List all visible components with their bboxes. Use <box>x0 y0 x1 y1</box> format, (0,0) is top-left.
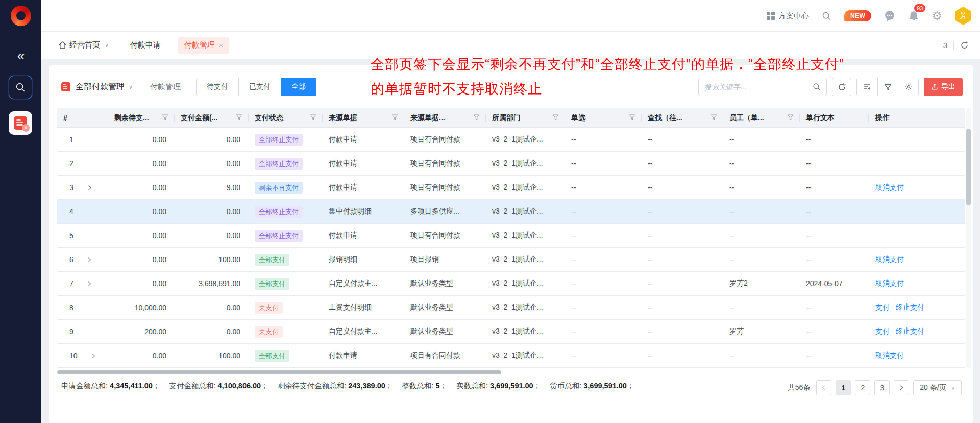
status-badge: 全部支付 <box>255 278 289 290</box>
filter-funnel-icon[interactable] <box>552 114 559 122</box>
cancel-payment-link[interactable]: 取消支付 <box>875 351 904 360</box>
table-settings-button[interactable] <box>898 78 918 96</box>
filter-funnel-icon[interactable] <box>710 114 717 122</box>
filter-funnel-icon[interactable] <box>473 114 480 122</box>
stop-payment-link[interactable]: 终止支付 <box>896 303 924 312</box>
sidebar-payment-app-icon[interactable]: ¥ <box>9 111 32 135</box>
refresh-list-button[interactable] <box>832 78 851 96</box>
expand-row-icon[interactable] <box>87 281 92 287</box>
table-row[interactable]: 50.000.00全部终止支付付款申请项目有合同付款v3_2_1测试企...--… <box>57 224 965 248</box>
horizontal-scrollbar[interactable] <box>57 370 965 375</box>
refresh-tabs-icon[interactable] <box>960 41 969 50</box>
filter-funnel-icon[interactable] <box>629 114 635 122</box>
global-search-icon[interactable] <box>821 11 832 21</box>
cancel-payment-link[interactable]: 取消支付 <box>875 183 904 192</box>
status-badge: 全部终止支付 <box>255 158 303 170</box>
sidebar: « ¥ <box>0 0 41 423</box>
cancel-payment-link[interactable]: 取消支付 <box>875 279 904 288</box>
summary-item: 支付金额总和: 4,100,806.00； <box>169 382 268 390</box>
page-button-3[interactable]: 3 <box>874 380 890 395</box>
breadcrumb-home[interactable]: 经营首页 ∨ <box>58 40 109 50</box>
next-page-button[interactable] <box>894 380 909 395</box>
cell-source-doc-type: 项目有合同付款 <box>404 183 486 192</box>
filter-tab-待支付[interactable]: 待支付 <box>196 78 239 96</box>
chevron-down-icon[interactable]: ∨ <box>105 42 109 49</box>
status-badge: 全部终止支付 <box>255 134 303 146</box>
table-row[interactable]: 40.000.00全部终止支付集中付款明细多项目多供应...v3_2_1测试企.… <box>57 200 965 224</box>
close-icon[interactable]: × <box>219 41 223 50</box>
horizontal-scrollbar-thumb[interactable] <box>57 370 501 374</box>
filter-funnel-icon[interactable] <box>236 114 242 122</box>
pay-link[interactable]: 支付 <box>875 327 890 336</box>
new-badge[interactable]: NEW <box>844 10 872 21</box>
expand-row-icon[interactable] <box>87 257 92 263</box>
tab-payment-management[interactable]: 付款管理 × <box>178 37 229 54</box>
cancel-payment-link[interactable]: 取消支付 <box>875 255 904 264</box>
app-logo-icon[interactable] <box>11 6 31 26</box>
column-settings-button[interactable] <box>857 78 877 96</box>
row-number: 9 <box>69 327 74 336</box>
table-row[interactable]: 10.000.00全部终止支付付款申请项目有合同付款v3_2_1测试企...--… <box>57 128 965 152</box>
filter-funnel-icon[interactable] <box>310 114 316 122</box>
filter-funnel-icon[interactable] <box>787 114 794 122</box>
user-avatar[interactable]: 芳 <box>954 7 972 25</box>
filter-button[interactable] <box>877 78 898 96</box>
solution-center-label: 方案中心 <box>778 11 809 21</box>
cell-row-number: 3 <box>57 183 108 192</box>
table-row[interactable]: 30.009.00剩余不再支付付款申请项目有合同付款v3_2_1测试企...--… <box>57 176 965 200</box>
keyword-search-box[interactable] <box>698 78 827 96</box>
table-row[interactable]: 60.00100.00全部支付报销明细项目报销v3_2_1测试企...-----… <box>57 248 965 272</box>
view-title-caret-icon[interactable]: ∨ <box>129 84 133 90</box>
table-row[interactable]: 20.000.00全部终止支付付款申请项目有合同付款v3_2_1测试企...--… <box>57 152 965 176</box>
vertical-scrollbar-thumb[interactable] <box>966 129 971 205</box>
sidebar-search-button[interactable] <box>9 76 32 99</box>
row-number: 6 <box>69 255 74 264</box>
feedback-chat-icon[interactable] <box>884 10 896 22</box>
tab-payment-request[interactable]: 付款申请 <box>130 40 161 50</box>
stop-payment-link[interactable]: 终止支付 <box>896 327 924 336</box>
table-row[interactable]: 810,000.000.00未支付工资支付明细默认业务类型v3_2_1测试企..… <box>57 296 965 320</box>
filter-tab-全部[interactable]: 全部 <box>281 78 316 96</box>
view-title[interactable]: 全部付款管理 <box>76 82 125 92</box>
page-button-1[interactable]: 1 <box>836 380 851 395</box>
prev-page-button[interactable] <box>816 380 831 395</box>
search-icon[interactable] <box>812 82 821 91</box>
cell-lookup: -- <box>642 231 723 240</box>
filter-tab-已支付[interactable]: 已支付 <box>239 78 281 96</box>
solution-center-link[interactable]: 方案中心 <box>767 11 809 21</box>
keyword-search-input[interactable] <box>705 83 812 91</box>
cell-remaining-amount: 0.00 <box>108 135 175 144</box>
column-header-label: 单选 <box>571 113 585 123</box>
cell-remaining-amount: 10,000.00 <box>108 303 175 312</box>
cell-paid-amount: 3,698,691.00 <box>175 279 249 288</box>
summary-value: 3,699,591.00 <box>490 382 533 390</box>
cell-source-doc: 付款申请 <box>323 159 404 168</box>
cell-source-doc-type: 默认业务类型 <box>404 279 486 288</box>
collapse-sidebar-icon[interactable]: « <box>0 49 41 62</box>
expand-row-icon[interactable] <box>87 185 92 191</box>
filter-funnel-icon[interactable] <box>391 114 398 122</box>
column-header-label: 所属部门 <box>492 113 521 123</box>
expand-row-icon[interactable] <box>91 353 96 359</box>
cell-source-doc: 自定义付款主... <box>323 279 404 288</box>
status-segments: 待支付已支付全部 <box>196 78 316 96</box>
cell-single-text: -- <box>800 303 869 312</box>
filter-funnel-icon[interactable] <box>162 114 168 122</box>
view-secondary-label[interactable]: 付款管理 <box>150 82 181 92</box>
notifications-bell-icon[interactable]: 93 <box>908 10 919 22</box>
table-row[interactable]: 9200.000.00未支付自定义付款主...默认业务类型v3_2_1测试企..… <box>57 320 965 344</box>
cell-actions: 取消支付 <box>869 248 965 271</box>
pay-link[interactable]: 支付 <box>875 303 890 312</box>
cell-single-select: -- <box>565 279 642 288</box>
status-badge: 全部终止支付 <box>255 230 303 242</box>
summary-separator: ； <box>153 382 160 390</box>
pagination-total: 共56条 <box>788 383 811 392</box>
settings-gear-icon[interactable]: ⚙ <box>932 10 942 22</box>
export-button[interactable]: 导出 <box>924 78 963 96</box>
table-row[interactable]: 70.003,698,691.00全部支付自定义付款主...默认业务类型v3_2… <box>57 272 965 296</box>
table-row[interactable]: 100.00100.00全部支付付款申请项目有合同付款v3_2_1测试企...-… <box>57 344 965 368</box>
vertical-scrollbar[interactable] <box>966 108 971 368</box>
page-size-select[interactable]: 20 条/页∨ <box>913 380 962 395</box>
page-button-2[interactable]: 2 <box>855 380 870 395</box>
cell-source-doc-type: 项目报销 <box>404 255 486 264</box>
